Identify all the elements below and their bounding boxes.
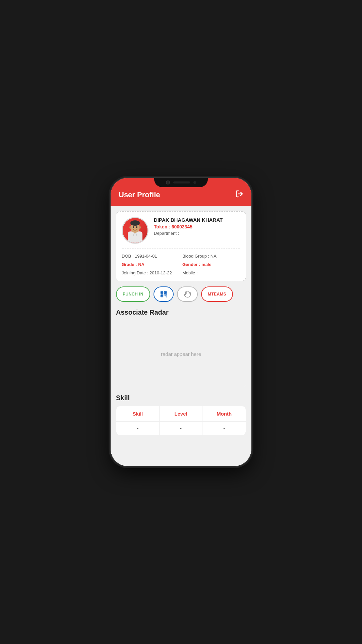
dob-value: 1991-04-01 [135,254,157,259]
avatar [122,217,148,244]
notch [154,178,208,187]
punch-in-button[interactable]: PUNCH IN [116,286,150,302]
phone-frame: User Profile [111,178,251,466]
mobile-field: Mobile : [182,270,240,275]
gender-value: male [201,262,212,267]
grade-value: NA [138,262,144,267]
blood-group-field: Blood Group : NA [182,254,240,259]
associate-radar-title: Associate Radar [116,309,246,316]
blood-group-label: Blood Group : [182,254,210,259]
profile-top: DIPAK BHAGAWAN KHARAT Token : 60003345 D… [122,217,240,249]
svg-point-8 [133,226,134,228]
skill-cell-1-skill: - [116,422,160,435]
logout-icon[interactable] [235,190,243,200]
profile-name: DIPAK BHAGAWAN KHARAT [154,217,240,223]
profile-card: DIPAK BHAGAWAN KHARAT Token : 60003345 D… [116,211,246,281]
blood-group-value: NA [210,254,217,259]
profile-info: DIPAK BHAGAWAN KHARAT Token : 60003345 D… [154,217,240,236]
grade-field: Grade : NA [122,262,180,267]
skill-table: Skill Level Month - - - [116,406,246,435]
mobile-label: Mobile : [182,270,198,275]
svg-point-5 [130,220,140,226]
phone-screen: User Profile [111,178,251,466]
joining-value: 2010-12-22 [149,270,172,275]
dob-field: DOB : 1991-04-01 [122,254,180,259]
skill-title: Skill [116,394,246,402]
front-camera [166,180,170,184]
sensor [193,181,196,184]
svg-point-7 [139,226,141,229]
grade-label: Grade : [122,262,138,267]
skill-cell-1-month: - [202,422,246,435]
svg-rect-13 [161,292,162,293]
svg-point-9 [136,226,137,228]
profile-details: DOB : 1991-04-01 Blood Group : NA Grade … [122,254,240,275]
dept-label: Department : [154,231,179,236]
page-title: User Profile [119,191,160,199]
skill-col-skill: Skill [116,406,160,421]
profile-department: Department : [154,231,240,236]
svg-rect-15 [161,295,162,296]
speaker [173,181,190,183]
dob-label: DOB : [122,254,135,259]
joining-label: Joining Date : [122,270,149,275]
skill-cell-1-level: - [160,422,203,435]
qr-code-button[interactable] [154,286,174,302]
action-buttons: PUNCH IN [116,286,246,302]
skill-table-header: Skill Level Month [116,406,246,422]
joining-date-field: Joining Date : 2010-12-22 [122,270,180,275]
main-content: DIPAK BHAGAWAN KHARAT Token : 60003345 D… [111,206,251,466]
profile-token: Token : 60003345 [154,224,240,229]
gender-field: Gender : male [182,262,240,267]
hand-gesture-button[interactable] [177,286,198,302]
skill-row-1: - - - [116,422,246,435]
svg-point-6 [129,226,131,229]
radar-box: radar appear here [116,320,246,387]
token-label: Token : [154,224,172,229]
mteams-button[interactable]: MTEAMS [201,286,233,302]
radar-placeholder: radar appear here [161,351,201,357]
svg-rect-1 [128,231,142,243]
svg-rect-14 [165,292,166,293]
token-value: 60003345 [172,224,192,229]
gender-label: Gender : [182,262,201,267]
skill-col-level: Level [160,406,203,421]
skill-col-month: Month [202,406,246,421]
